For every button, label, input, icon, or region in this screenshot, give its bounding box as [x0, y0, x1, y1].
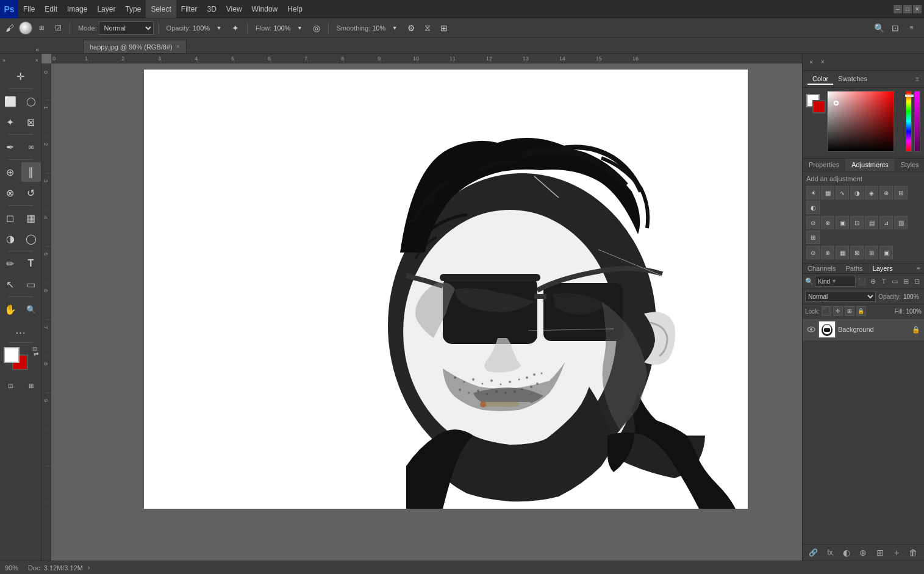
lock-all-btn[interactable]: 🔒 — [856, 306, 866, 316]
layers-filter-type[interactable]: Kind ▼ — [815, 276, 856, 287]
ruler-tool[interactable]: ✉ — [21, 137, 41, 157]
color-balance-adj[interactable]: ⊞ — [894, 186, 908, 199]
smart-adj1[interactable]: ⊙ — [806, 246, 820, 259]
search-btn[interactable]: 🔍 — [872, 21, 886, 35]
swatches-tab[interactable]: Swatches — [833, 74, 872, 85]
curves-adj[interactable]: ∿ — [836, 186, 849, 199]
smart-adj6[interactable]: ▣ — [879, 246, 893, 259]
menu-3d[interactable]: 3D — [202, 0, 221, 18]
more-tools-btn[interactable]: … — [11, 320, 30, 340]
status-expand-arrow[interactable]: › — [88, 564, 90, 571]
paths-tab[interactable]: Paths — [840, 264, 867, 273]
left-panel-toggle[interactable]: « — [35, 46, 39, 53]
saturation-slider[interactable] — [914, 91, 920, 152]
smart-adj5[interactable]: ⊞ — [865, 246, 878, 259]
menu-type[interactable]: Type — [120, 0, 146, 18]
symmetry-icon[interactable]: ⧖ — [420, 21, 435, 35]
threshold-adj[interactable]: ⊿ — [879, 216, 893, 229]
menu-image[interactable]: Image — [62, 0, 92, 18]
bg-swatch[interactable] — [812, 100, 826, 113]
properties-tab[interactable]: Properties — [803, 159, 845, 171]
filter-toggle[interactable]: ⊡ — [912, 276, 922, 286]
move-tool[interactable]: ✛ — [11, 66, 30, 86]
hsl-adj[interactable]: ⊕ — [879, 186, 893, 199]
filter-pixel-btn[interactable]: ⬛ — [857, 276, 867, 286]
tool-preset-picker[interactable]: 🖌 — [2, 21, 17, 35]
flow-toggle[interactable]: ▼ — [293, 21, 307, 35]
mask-mode-btn[interactable]: ⊡ — [1, 376, 20, 395]
layer-visibility-eye[interactable] — [806, 325, 816, 334]
levels-adj[interactable]: ▦ — [821, 186, 834, 199]
canvas-viewport[interactable] — [51, 63, 802, 561]
zoom-tool[interactable]: 🔍 — [21, 300, 41, 319]
smart-adj2[interactable]: ⊗ — [821, 246, 834, 259]
airbrush-btn[interactable]: ✦ — [228, 21, 243, 35]
opacity-toggle[interactable]: ▼ — [212, 21, 226, 35]
eraser-tool[interactable]: ◻ — [1, 208, 20, 228]
extra-icon[interactable]: ⊞ — [437, 21, 451, 35]
marquee-tool[interactable]: ⬜ — [1, 91, 20, 111]
layer-background[interactable]: Background 🔒 — [803, 318, 924, 341]
stamp-tool[interactable]: ⊗ — [1, 183, 20, 203]
type-tool[interactable]: T — [21, 254, 41, 273]
lock-position-btn[interactable]: ✛ — [833, 306, 843, 316]
settings-icon[interactable]: ⚙ — [404, 21, 418, 35]
menu-file[interactable]: File — [18, 0, 40, 18]
photo-filter-adj[interactable]: ⊙ — [806, 216, 820, 229]
filter-shape-btn[interactable]: ▭ — [890, 276, 900, 286]
crop-tool[interactable]: ⊠ — [21, 112, 41, 132]
posterize-adj[interactable]: ▤ — [865, 216, 878, 229]
flow-icon[interactable]: ◎ — [309, 21, 324, 35]
history-tool[interactable]: ↺ — [21, 183, 41, 203]
swap-colors-btn[interactable]: ⇄ — [34, 351, 38, 357]
tab-close-btn[interactable]: × — [176, 43, 180, 50]
panel-expand-btn[interactable]: « — [806, 57, 816, 67]
layer-fx-btn[interactable]: fx — [825, 547, 836, 558]
filter-type-btn[interactable]: T — [879, 276, 889, 286]
gradient-tool[interactable]: ▦ — [21, 208, 41, 228]
menu-window[interactable]: Window — [247, 0, 283, 18]
color-lookup-adj[interactable]: ▣ — [836, 216, 849, 229]
mode-select[interactable]: Normal — [99, 21, 154, 35]
dodge-tool[interactable]: ◯ — [21, 229, 41, 248]
bw-adj[interactable]: ◐ — [806, 201, 820, 214]
layer-adj-btn[interactable]: ⊕ — [858, 547, 868, 558]
eyedropper-tool[interactable]: ✒ — [1, 137, 20, 157]
smart-adj3[interactable]: ▦ — [836, 246, 849, 259]
workspace-btn[interactable]: ≡ — [904, 21, 919, 35]
blur-tool[interactable]: ◑ — [1, 229, 20, 248]
quick-select-tool[interactable]: ✦ — [1, 112, 20, 132]
color-gradient-picker[interactable] — [827, 91, 894, 152]
filter-adj-btn[interactable]: ⊕ — [868, 276, 878, 286]
toolbar-expand[interactable]: » — [2, 57, 5, 63]
document-tab[interactable]: happy.jpg @ 90% (RGB/8#) × — [83, 40, 187, 53]
layer-mask-btn[interactable]: ◐ — [841, 547, 852, 558]
menu-view[interactable]: View — [221, 0, 247, 18]
panel-collapse-btn[interactable]: × — [818, 57, 828, 67]
blend-mode-select[interactable]: Normal — [805, 291, 876, 302]
foreground-color[interactable] — [4, 347, 20, 363]
lock-pixel-btn[interactable]: ⬛ — [822, 306, 831, 316]
brush-settings-btn[interactable]: ⊞ — [34, 21, 49, 35]
smoothing-toggle[interactable]: ▼ — [387, 21, 402, 35]
hue-slider[interactable] — [906, 91, 912, 152]
invert-adj[interactable]: ⊡ — [850, 216, 864, 229]
brush-tool[interactable]: ∥ — [21, 162, 41, 182]
adjustments-tab[interactable]: Adjustments — [845, 159, 895, 171]
brightness-adj[interactable]: ☀ — [806, 186, 820, 199]
menu-select[interactable]: Select — [146, 0, 176, 18]
layers-panel-menu[interactable]: ≡ — [913, 265, 924, 272]
layer-link-btn[interactable]: 🔗 — [808, 547, 819, 558]
filter-smart-btn[interactable]: ⊞ — [901, 276, 911, 286]
styles-tab[interactable]: Styles — [895, 159, 924, 171]
menu-edit[interactable]: Edit — [40, 0, 62, 18]
channel-mix-adj[interactable]: ⊗ — [821, 216, 834, 229]
vibrance-adj[interactable]: ◈ — [865, 186, 878, 199]
maximize-btn[interactable]: □ — [903, 5, 912, 13]
heal-tool[interactable]: ⊕ — [1, 162, 20, 182]
layer-delete-btn[interactable]: 🗑 — [908, 547, 919, 558]
color-tab[interactable]: Color — [808, 74, 833, 85]
minimize-btn[interactable]: ─ — [894, 5, 902, 13]
lock-artboard-btn[interactable]: ⊞ — [845, 306, 854, 316]
menu-layer[interactable]: Layer — [92, 0, 120, 18]
